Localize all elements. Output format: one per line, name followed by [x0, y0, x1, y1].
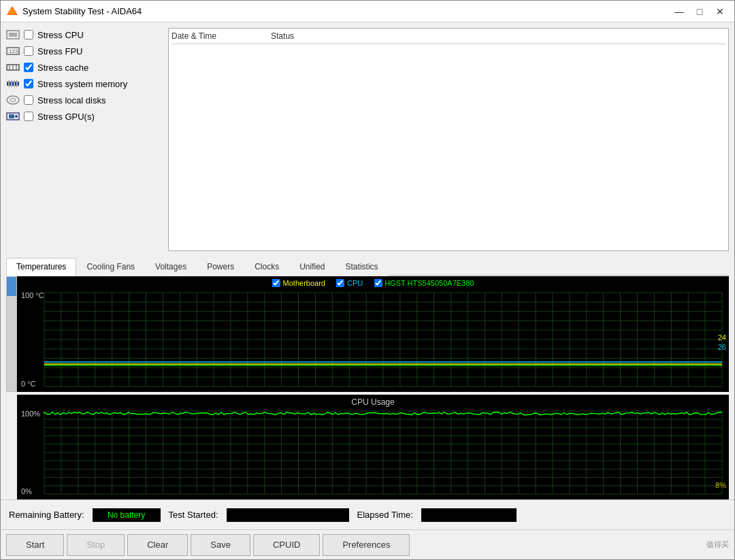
usage-scroll-spacer: [6, 395, 17, 499]
clear-button[interactable]: Clear: [127, 534, 188, 556]
temp-value-cpu: 26: [718, 343, 726, 351]
toolbar: Start Stop Clear Save CPUID Preferences …: [1, 529, 734, 559]
temp-y-bottom: 0 °C: [21, 380, 36, 388]
tabs-bar: Temperatures Cooling Fans Voltages Power…: [6, 257, 729, 276]
tab-temperatures[interactable]: Temperatures: [6, 258, 76, 276]
legend-motherboard-checkbox[interactable]: [272, 279, 280, 287]
test-started-value: [227, 508, 349, 522]
svg-point-19: [15, 115, 18, 118]
title-bar: System Stability Test - AIDA64 — □ ✕: [1, 1, 734, 22]
battery-value: No battery: [93, 508, 161, 522]
stress-memory-label: Stress system memory: [37, 79, 127, 89]
legend-cpu: CPU: [336, 279, 363, 287]
charts-area: Motherboard CPU HGST HTS545050A7E380 100…: [1, 276, 734, 499]
status-bar: Remaining Battery: No battery Test Start…: [1, 499, 734, 529]
stress-fpu-label: Stress FPU: [37, 46, 82, 56]
stress-cpu-row: Stress CPU: [6, 28, 163, 42]
temp-chart: Motherboard CPU HGST HTS545050A7E380 100…: [17, 276, 729, 392]
temp-chart-legend: Motherboard CPU HGST HTS545050A7E380: [272, 279, 474, 287]
window-controls: — □ ✕: [670, 4, 729, 19]
cpuid-button[interactable]: CPUID: [253, 534, 320, 556]
elapsed-value: [421, 508, 517, 522]
stress-fpu-row: 123 Stress FPU: [6, 44, 163, 58]
legend-motherboard: Motherboard: [272, 279, 325, 287]
close-button[interactable]: ✕: [711, 4, 729, 19]
legend-hgst-label: HGST HTS545050A7E380: [385, 279, 474, 287]
usage-value: 8%: [715, 480, 726, 490]
tab-unified[interactable]: Unified: [289, 258, 335, 276]
svg-text:123: 123: [9, 48, 18, 54]
fpu-icon: 123: [6, 46, 20, 56]
stress-gpu-checkbox[interactable]: [24, 112, 33, 121]
cache-icon: [6, 62, 20, 73]
log-area: Date & Time Status: [168, 28, 729, 251]
stress-gpu-label: Stress GPU(s): [37, 112, 95, 122]
tab-powers[interactable]: Powers: [197, 258, 244, 276]
log-col-datetime: Date & Time: [172, 31, 216, 41]
minimize-button[interactable]: —: [670, 4, 688, 19]
stress-gpu-row: Stress GPU(s): [6, 110, 163, 123]
stress-memory-row: Stress system memory: [6, 77, 163, 90]
usage-chart-title: CPU Usage: [351, 397, 394, 407]
svg-rect-3: [9, 33, 17, 37]
tab-clocks[interactable]: Clocks: [244, 258, 289, 276]
stress-cache-checkbox[interactable]: [24, 63, 33, 72]
log-col-status: Status: [271, 31, 294, 41]
main-window: System Stability Test - AIDA64 — □ ✕ Str…: [0, 0, 735, 560]
left-panel: Stress CPU 123 Stress FPU Stress cache: [6, 28, 163, 251]
legend-cpu-checkbox[interactable]: [336, 279, 344, 287]
temp-scroll-track[interactable]: [6, 276, 17, 392]
preferences-button[interactable]: Preferences: [323, 534, 410, 556]
cpu-icon: [6, 29, 20, 40]
svg-rect-13: [14, 80, 15, 87]
test-started-label: Test Started:: [169, 510, 218, 520]
window-title: System Stability Test - AIDA64: [22, 6, 670, 16]
temp-y-top: 100 °C: [21, 291, 44, 299]
battery-label: Remaining Battery:: [9, 510, 84, 520]
svg-point-15: [7, 96, 19, 104]
temp-value-motherboard: 24: [718, 333, 726, 342]
tab-cooling-fans[interactable]: Cooling Fans: [76, 258, 145, 276]
svg-rect-14: [16, 80, 18, 87]
save-button[interactable]: Save: [191, 534, 250, 556]
log-header: Date & Time Status: [172, 31, 725, 44]
stress-disks-row: Stress local disks: [6, 93, 163, 107]
stress-memory-checkbox[interactable]: [24, 79, 33, 88]
stress-disks-checkbox[interactable]: [24, 95, 33, 105]
stress-disks-label: Stress local disks: [37, 95, 105, 105]
watermark: 值得买: [706, 540, 729, 550]
stress-cache-label: Stress cache: [37, 63, 88, 73]
legend-cpu-label: CPU: [347, 279, 363, 287]
legend-motherboard-label: Motherboard: [283, 279, 325, 287]
stress-cpu-label: Stress CPU: [37, 30, 84, 40]
stop-button[interactable]: Stop: [67, 534, 125, 556]
stress-cache-row: Stress cache: [6, 61, 163, 74]
tab-voltages[interactable]: Voltages: [145, 258, 197, 276]
elapsed-label: Elapsed Time:: [357, 510, 413, 520]
stress-cpu-checkbox[interactable]: [24, 30, 33, 39]
legend-hgst: HGST HTS545050A7E380: [374, 279, 474, 287]
temp-values: 24 26: [718, 333, 726, 351]
maximize-button[interactable]: □: [691, 4, 708, 19]
disk-icon: [6, 95, 20, 105]
stress-fpu-checkbox[interactable]: [24, 46, 33, 56]
gpu-icon: [6, 111, 20, 122]
usage-value-text: 8%: [715, 481, 726, 489]
usage-y-top: 100%: [21, 410, 40, 418]
svg-rect-11: [8, 80, 10, 87]
usage-chart: CPU Usage 100% 0% 8%: [17, 395, 729, 499]
memory-icon: [6, 78, 20, 89]
usage-y-bottom: 0%: [21, 487, 32, 495]
tab-statistics[interactable]: Statistics: [336, 258, 389, 276]
temp-scroll-thumb[interactable]: [7, 277, 16, 296]
main-content: Stress CPU 123 Stress FPU Stress cache: [1, 22, 734, 257]
start-button[interactable]: Start: [6, 534, 64, 556]
svg-rect-12: [11, 80, 12, 87]
svg-rect-18: [9, 114, 14, 118]
app-icon: [6, 5, 18, 18]
svg-point-16: [10, 99, 16, 102]
legend-hgst-checkbox[interactable]: [374, 279, 382, 287]
